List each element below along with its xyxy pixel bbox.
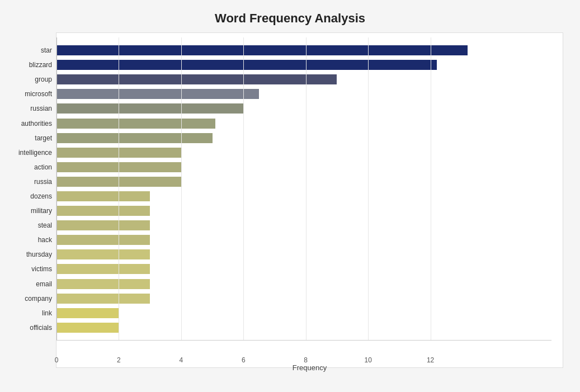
bar-label: dozens [6,192,56,200]
bar-label: target [6,134,56,142]
bar-label: officials [6,324,56,332]
bar-label: military [6,207,56,215]
x-gridlines [56,37,551,341]
gridline [181,37,182,341]
bar-label: star [6,46,56,54]
chart-container: Word Frequency Analysis starblizzardgrou… [0,0,580,392]
x-axis-label: Frequency [293,363,327,372]
bar-label: thursday [6,251,56,258]
chart-title: Word Frequency Analysis [17,11,563,26]
x-axis-line [56,340,551,341]
bar-label: russian [6,105,56,112]
bar-label: russia [6,178,56,186]
gridline [368,37,369,341]
x-tick-label: 6 [242,356,246,364]
gridline [306,37,306,341]
gridline [431,37,431,341]
bar-label: hack [6,236,56,244]
chart-area: starblizzardgroupmicrosoftrussianauthori… [56,32,563,368]
x-tick-label: 12 [427,356,434,364]
bar-label: steal [6,221,56,229]
bar-label: victims [6,265,56,273]
x-tick-label: 0 [55,356,59,364]
bar-label: blizzard [6,61,56,69]
bar-label: link [6,309,56,317]
bar-label: company [6,295,56,303]
gridline [56,37,57,341]
x-tick-label: 2 [117,356,121,364]
bar-label: microsoft [6,90,56,98]
x-tick-label: 4 [180,356,183,364]
bar-label: intelligence [6,149,56,157]
bar-label: group [6,75,56,83]
gridline [243,37,244,341]
gridline [119,37,119,341]
bar-label: authorities [6,120,56,127]
x-tick-label: 8 [304,356,308,364]
bar-label: action [6,163,56,171]
x-tick-label: 10 [364,356,371,364]
bar-label: email [6,280,56,288]
